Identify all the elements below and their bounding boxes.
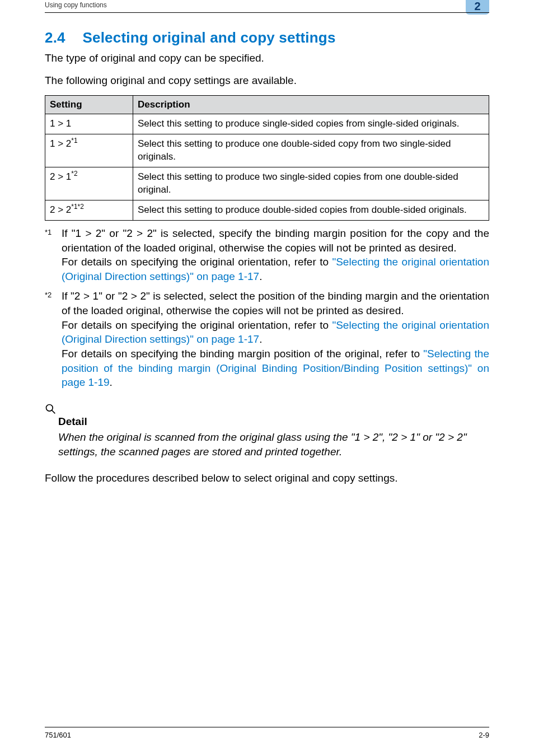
footnote-text: For details on specifying the original o… <box>62 319 332 331</box>
description-cell: Select this setting to produce double-si… <box>133 200 489 220</box>
table-row: 2 > 1*2 Select this setting to produce t… <box>45 167 489 200</box>
footnote-text: If "1 > 2" or "2 > 2" is selected, speci… <box>62 227 489 254</box>
setting-cell: 1 > 2*1 <box>45 134 133 167</box>
intro-paragraph-1: The type of original and copy can be spe… <box>45 51 489 66</box>
setting-sup: *2 <box>71 170 77 178</box>
section-title-text: Selecting original and copy settings <box>82 29 335 46</box>
footnote-text: . <box>110 376 113 388</box>
description-cell: Select this setting to produce single-si… <box>133 114 489 134</box>
setting-cell: 2 > 1*2 <box>45 167 133 200</box>
footer-right: 2-9 <box>479 731 489 739</box>
setting-sup: *1 <box>71 137 77 145</box>
page-footer: 751/601 2-9 <box>45 727 489 739</box>
section-number: 2.4 <box>45 29 78 46</box>
footnote-body: If "2 > 1" or "2 > 2" is selected, selec… <box>62 289 489 389</box>
page-header: Using copy functions 2 <box>45 0 489 13</box>
setting-value: 2 > 1 <box>50 171 71 182</box>
table-row: 1 > 1 Select this setting to produce sin… <box>45 114 489 134</box>
footnote-text: For details on specifying the binding ma… <box>62 348 423 360</box>
description-cell: Select this setting to produce two singl… <box>133 167 489 200</box>
magnifier-icon <box>45 403 56 414</box>
setting-sup: *1*2 <box>71 203 83 211</box>
footnote-text: For details on specifying the original o… <box>62 256 332 268</box>
section-heading: 2.4 Selecting original and copy settings <box>45 29 489 46</box>
footnote-1: *1 If "1 > 2" or "2 > 2" is selected, sp… <box>45 226 489 284</box>
table-row: 2 > 2*1*2 Select this setting to produce… <box>45 200 489 220</box>
footnote-text: If "2 > 1" or "2 > 2" is selected, selec… <box>62 290 489 316</box>
svg-line-1 <box>52 410 55 413</box>
svg-point-0 <box>46 404 53 411</box>
setting-value: 1 > 1 <box>50 118 71 129</box>
table-header-setting: Setting <box>45 96 133 114</box>
intro-paragraph-2: The following original and copy settings… <box>45 73 489 88</box>
setting-cell: 2 > 2*1*2 <box>45 200 133 220</box>
setting-value: 1 > 2 <box>50 138 71 149</box>
footnote-marker: *1 <box>45 226 62 284</box>
detail-label: Detail <box>58 416 489 428</box>
table-row: 1 > 2*1 Select this setting to produce o… <box>45 134 489 167</box>
footnote-text: . <box>259 333 262 345</box>
footnote-2: *2 If "2 > 1" or "2 > 2" is selected, se… <box>45 289 489 389</box>
closing-paragraph: Follow the procedures described below to… <box>45 471 489 486</box>
footnote-marker: *2 <box>45 289 62 389</box>
header-rule <box>45 12 489 13</box>
setting-value: 2 > 2 <box>50 204 71 215</box>
table-header-description: Description <box>133 96 489 114</box>
running-head: Using copy functions <box>45 1 107 9</box>
footnote-body: If "1 > 2" or "2 > 2" is selected, speci… <box>62 226 489 284</box>
setting-cell: 1 > 1 <box>45 114 133 134</box>
footer-left: 751/601 <box>45 731 71 739</box>
detail-body: When the original is scanned from the or… <box>58 430 489 459</box>
detail-callout: Detail When the original is scanned from… <box>45 403 489 459</box>
settings-table: Setting Description 1 > 1 Select this se… <box>45 95 489 221</box>
description-cell: Select this setting to produce one doubl… <box>133 134 489 167</box>
footnote-text: . <box>259 270 262 282</box>
